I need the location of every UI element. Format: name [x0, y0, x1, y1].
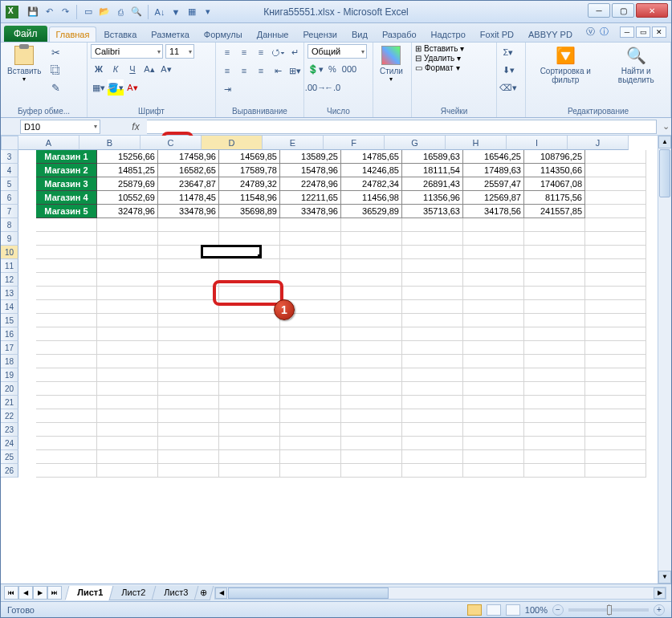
cell-B12[interactable]: [97, 273, 158, 287]
cell-B5[interactable]: 25879,69: [97, 177, 158, 191]
mdi-restore-button[interactable]: ▭: [636, 26, 650, 38]
cell-F11[interactable]: [341, 259, 402, 273]
help-icon[interactable]: ⓘ: [600, 26, 609, 38]
increase-decimal-button[interactable]: .00→: [307, 79, 324, 96]
autosum-button[interactable]: Σ▾: [500, 44, 516, 60]
cell-B10[interactable]: [97, 246, 158, 259]
cell-B17[interactable]: [97, 341, 158, 355]
cell-I12[interactable]: [524, 273, 585, 287]
cell-E10[interactable]: [280, 246, 341, 259]
tab-addins[interactable]: Надстро: [424, 26, 473, 42]
cell-E18[interactable]: [280, 355, 341, 368]
cell-D4[interactable]: 17589,78: [219, 164, 280, 177]
tab-view[interactable]: Вид: [344, 26, 375, 42]
new-sheet-button[interactable]: ⊕: [194, 586, 214, 600]
cell-G26[interactable]: [402, 464, 463, 478]
cell-E14[interactable]: [280, 300, 341, 314]
cell-B21[interactable]: [97, 396, 158, 409]
qat-new-icon[interactable]: ▭: [82, 6, 95, 18]
cell-F9[interactable]: [341, 232, 402, 246]
cell-A24[interactable]: [36, 437, 97, 450]
cell-E4[interactable]: 15478,96: [280, 164, 341, 177]
column-header-D[interactable]: D: [202, 136, 263, 150]
cell-A6[interactable]: Магазин 4: [36, 191, 97, 205]
qat-filter-icon[interactable]: ▼: [169, 6, 182, 18]
cell-I6[interactable]: 81175,56: [524, 191, 585, 205]
select-all-corner[interactable]: [1, 136, 18, 150]
font-name-combo[interactable]: Calibri: [91, 44, 163, 59]
cell-D9[interactable]: [219, 232, 280, 246]
cell-C23[interactable]: [158, 423, 219, 437]
qat-redo-icon[interactable]: ↷: [59, 6, 71, 18]
cell-H12[interactable]: [463, 273, 524, 287]
cell-I9[interactable]: [524, 232, 585, 246]
cell-H24[interactable]: [463, 437, 524, 450]
merge-button[interactable]: ⊞▾: [287, 63, 303, 79]
cell-A16[interactable]: [36, 327, 97, 341]
cell-J17[interactable]: [585, 341, 646, 355]
column-header-B[interactable]: B: [79, 136, 141, 150]
cell-H3[interactable]: 16546,25: [463, 150, 524, 164]
column-header-F[interactable]: F: [324, 136, 385, 150]
cell-C15[interactable]: [158, 314, 219, 327]
cell-J25[interactable]: [585, 450, 646, 464]
decrease-decimal-button[interactable]: ←.0: [324, 79, 340, 96]
cell-F21[interactable]: [341, 396, 402, 409]
cell-F13[interactable]: [341, 287, 402, 300]
cell-F26[interactable]: [341, 464, 402, 478]
cell-A8[interactable]: [36, 218, 97, 232]
cell-D17[interactable]: [219, 341, 280, 355]
cell-F8[interactable]: [341, 218, 402, 232]
align-right-button[interactable]: ≡: [253, 63, 269, 79]
cell-J5[interactable]: [585, 177, 646, 191]
cell-C19[interactable]: [158, 368, 219, 382]
currency-button[interactable]: 💲▾: [307, 61, 324, 77]
cell-H18[interactable]: [463, 355, 524, 368]
cell-E25[interactable]: [280, 450, 341, 464]
cell-C9[interactable]: [158, 232, 219, 246]
cell-F23[interactable]: [341, 423, 402, 437]
column-header-H[interactable]: H: [446, 136, 507, 150]
cell-A3[interactable]: Магазин 1: [36, 150, 97, 164]
cell-J26[interactable]: [585, 464, 646, 478]
cell-D21[interactable]: [219, 396, 280, 409]
scroll-right-button[interactable]: ▶: [654, 588, 666, 599]
cell-G21[interactable]: [402, 396, 463, 409]
percent-button[interactable]: %: [324, 61, 340, 77]
zoom-slider[interactable]: [568, 608, 649, 612]
cell-E23[interactable]: [280, 423, 341, 437]
font-size-combo[interactable]: 11: [165, 44, 194, 59]
cell-I23[interactable]: [524, 423, 585, 437]
cell-I11[interactable]: [524, 259, 585, 273]
cell-C24[interactable]: [158, 437, 219, 450]
sheet-last-button[interactable]: ⏭: [47, 586, 62, 600]
cell-F20[interactable]: [341, 382, 402, 396]
cell-D14[interactable]: [219, 300, 280, 314]
cell-H4[interactable]: 17489,63: [463, 164, 524, 177]
row-header-4[interactable]: 4: [1, 164, 18, 177]
cut-button[interactable]: [47, 44, 63, 60]
cell-D6[interactable]: 11548,96: [219, 191, 280, 205]
cell-B14[interactable]: [97, 300, 158, 314]
cell-H14[interactable]: [463, 300, 524, 314]
cell-E16[interactable]: [280, 327, 341, 341]
cell-A11[interactable]: [36, 259, 97, 273]
cells-area[interactable]: Магазин 115256,6617458,9614569,8513589,2…: [36, 150, 646, 478]
name-box[interactable]: D10: [20, 120, 100, 134]
cell-I21[interactable]: [524, 396, 585, 409]
mdi-close-button[interactable]: ✕: [652, 26, 666, 38]
row-header-6[interactable]: 6: [1, 191, 18, 205]
cell-F15[interactable]: [341, 314, 402, 327]
cell-G19[interactable]: [402, 368, 463, 382]
cell-H15[interactable]: [463, 314, 524, 327]
mdi-minimize-button[interactable]: ─: [620, 26, 634, 38]
align-top-button[interactable]: ≡: [219, 44, 235, 60]
close-button[interactable]: ✕: [636, 3, 668, 18]
cell-C8[interactable]: [158, 218, 219, 232]
cell-E3[interactable]: 13589,25: [280, 150, 341, 164]
cell-A23[interactable]: [36, 423, 97, 437]
qat-table-icon[interactable]: ▦: [185, 6, 198, 18]
cell-H13[interactable]: [463, 287, 524, 300]
sheet-prev-button[interactable]: ◀: [18, 586, 33, 600]
cell-G12[interactable]: [402, 273, 463, 287]
